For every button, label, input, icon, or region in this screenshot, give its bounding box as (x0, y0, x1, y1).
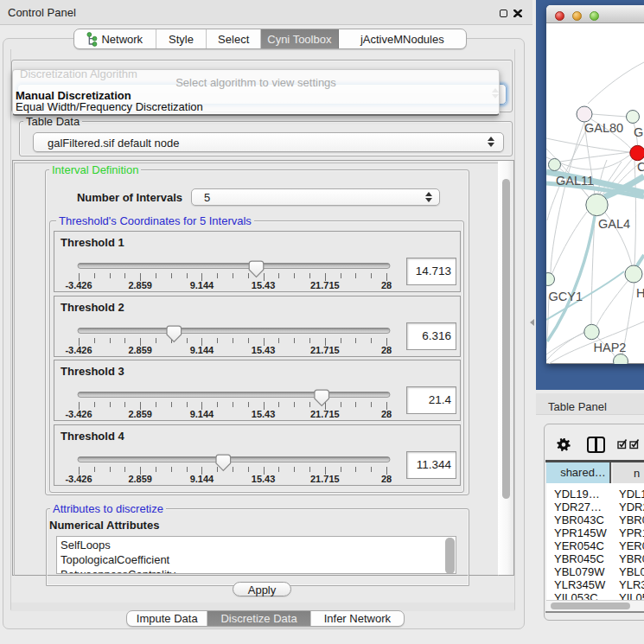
svg-text:28: 28 (381, 345, 392, 355)
svg-text:2.859: 2.859 (128, 280, 152, 290)
svg-text:21.715: 21.715 (310, 409, 340, 419)
svg-text:H: H (636, 286, 644, 300)
svg-text:-3.426: -3.426 (65, 409, 92, 419)
svg-text:28: 28 (381, 409, 392, 419)
svg-text:9.144: 9.144 (190, 474, 214, 484)
svg-text:21.715: 21.715 (310, 280, 340, 290)
svg-text:G: G (634, 125, 643, 139)
svg-text:-3.426: -3.426 (65, 280, 92, 290)
svg-text:2.859: 2.859 (128, 409, 152, 419)
svg-text:-3.426: -3.426 (65, 345, 92, 355)
svg-text:28: 28 (381, 474, 392, 484)
svg-text:GAL11: GAL11 (556, 174, 594, 188)
svg-text:C: C (637, 160, 644, 174)
svg-text:15.43: 15.43 (252, 345, 276, 355)
svg-text:9.144: 9.144 (190, 345, 214, 355)
svg-text:28: 28 (381, 280, 392, 290)
svg-text:GCY1: GCY1 (549, 290, 583, 303)
svg-text:HAP2: HAP2 (594, 341, 627, 354)
svg-text:GAL80: GAL80 (584, 121, 623, 135)
svg-text:9.144: 9.144 (190, 280, 214, 290)
svg-text:15.43: 15.43 (252, 409, 276, 419)
svg-text:2.859: 2.859 (128, 474, 152, 484)
svg-text:21.715: 21.715 (310, 474, 340, 484)
svg-text:-3.426: -3.426 (65, 474, 92, 484)
svg-text:GAL4: GAL4 (598, 217, 630, 231)
svg-text:15.43: 15.43 (252, 280, 276, 290)
svg-text:2.859: 2.859 (128, 345, 152, 355)
svg-text:21.715: 21.715 (310, 345, 340, 355)
svg-text:9.144: 9.144 (190, 409, 214, 419)
svg-text:15.43: 15.43 (252, 474, 276, 484)
